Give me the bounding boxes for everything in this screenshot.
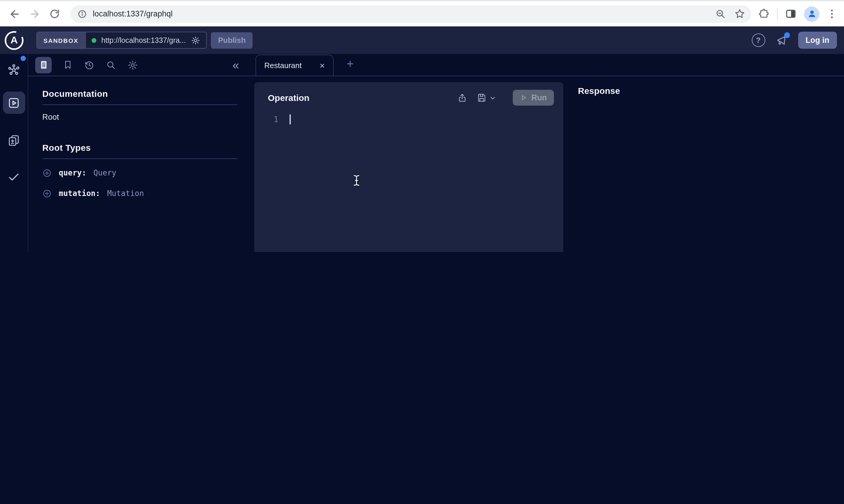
reload-icon bbox=[49, 8, 60, 19]
publish-button[interactable]: Publish bbox=[211, 32, 253, 49]
help-button[interactable]: ? bbox=[752, 33, 765, 47]
browser-profile-avatar[interactable] bbox=[804, 6, 819, 21]
document-icon bbox=[38, 60, 49, 70]
browser-menu-button[interactable]: ⋮ bbox=[827, 9, 837, 19]
help-glyph: ? bbox=[756, 36, 761, 44]
bookmark-star-icon[interactable] bbox=[734, 8, 745, 19]
nav-explorer-button[interactable] bbox=[3, 92, 25, 114]
connection-status-dot bbox=[91, 38, 96, 42]
save-floppy-icon[interactable] bbox=[476, 92, 487, 103]
field-name[interactable]: mutation: bbox=[59, 189, 100, 198]
share-operation-icon[interactable] bbox=[457, 92, 467, 103]
apollo-sandbox-app: localhost:1337/graphql ⋮ A SANDBOX bbox=[0, 0, 844, 252]
browser-back-button[interactable] bbox=[6, 5, 23, 23]
run-play-icon bbox=[520, 94, 528, 102]
forward-arrow-icon bbox=[29, 8, 40, 20]
operation-tab-bar: Restaurant × + bbox=[254, 54, 844, 76]
profile-person-icon bbox=[807, 9, 817, 19]
announcements-notification-dot bbox=[784, 32, 790, 38]
editor-line[interactable]: 1 bbox=[254, 113, 563, 125]
divider bbox=[42, 158, 237, 159]
operation-panel: Operation Run bbox=[254, 82, 563, 252]
root-type-row-mutation[interactable]: mutation: Mutation bbox=[42, 186, 237, 200]
apollo-logo[interactable]: A bbox=[4, 30, 24, 50]
endpoint-url-text[interactable]: http://localhost:1337/gra... bbox=[101, 36, 186, 44]
settings-gear-icon[interactable] bbox=[127, 59, 138, 70]
browser-toolbar: localhost:1337/graphql ⋮ bbox=[0, 0, 844, 26]
side-panel-icon[interactable] bbox=[785, 8, 796, 19]
save-operation-control[interactable] bbox=[476, 92, 496, 103]
changelog-diff-icon bbox=[7, 133, 20, 147]
apollo-logo-letter: A bbox=[4, 30, 24, 50]
mouse-ibeam-cursor bbox=[353, 175, 360, 186]
nav-schema-button[interactable] bbox=[3, 59, 25, 81]
toolbar-divider bbox=[777, 8, 778, 20]
saved-operations-bookmark-icon[interactable] bbox=[63, 60, 73, 70]
divider bbox=[42, 105, 237, 105]
zoom-indicator-icon[interactable] bbox=[716, 8, 726, 19]
type-name[interactable]: Query bbox=[93, 168, 116, 177]
close-tab-button[interactable]: × bbox=[320, 61, 325, 70]
documentation-toolbar: « bbox=[28, 54, 254, 76]
tab-label[interactable]: Restaurant bbox=[264, 61, 310, 70]
announcements-button[interactable] bbox=[775, 34, 788, 47]
field-name[interactable]: query: bbox=[59, 168, 86, 177]
response-title: Response bbox=[578, 86, 620, 96]
documentation-panel: « Documentation Root Root Types query: Q… bbox=[28, 54, 254, 252]
type-name[interactable]: Mutation bbox=[107, 189, 144, 198]
sandbox-badge: SANDBOX bbox=[37, 32, 85, 48]
nav-changelog-button[interactable] bbox=[3, 129, 25, 151]
browser-forward-button[interactable] bbox=[26, 5, 44, 23]
operation-header: Operation Run bbox=[254, 82, 563, 109]
endpoint-settings-gear-icon[interactable] bbox=[191, 36, 201, 45]
response-panel: Response bbox=[563, 76, 844, 252]
apollo-header: A SANDBOX http://localhost:1337/gra... P… bbox=[0, 26, 844, 54]
checks-checkmark-icon bbox=[7, 170, 20, 183]
nav-checks-button[interactable] bbox=[3, 165, 25, 188]
sandbox-endpoint-control: SANDBOX http://localhost:1337/gra... bbox=[36, 32, 207, 49]
add-field-icon[interactable] bbox=[42, 168, 52, 178]
url-text[interactable]: localhost:1337/graphql bbox=[93, 10, 716, 18]
content-area: » « Documentation Root Root Types bbox=[0, 54, 844, 252]
operation-title: Operation bbox=[268, 93, 310, 103]
documentation-title: Documentation bbox=[42, 89, 237, 98]
root-types-title: Root Types bbox=[42, 143, 237, 152]
back-arrow-icon bbox=[9, 8, 20, 20]
main-area: Restaurant × + Operation bbox=[254, 54, 844, 252]
root-type-row-query[interactable]: query: Query bbox=[42, 166, 237, 180]
explorer-play-icon bbox=[7, 96, 20, 109]
graph-schema-icon bbox=[7, 63, 20, 76]
login-button[interactable]: Log in bbox=[798, 32, 837, 49]
text-caret bbox=[290, 114, 290, 124]
site-info-icon[interactable] bbox=[77, 9, 87, 18]
url-bar[interactable]: localhost:1337/graphql bbox=[70, 5, 751, 23]
endpoint-url-box[interactable]: http://localhost:1337/gra... bbox=[85, 32, 206, 48]
search-icon[interactable] bbox=[106, 59, 116, 70]
run-label: Run bbox=[532, 93, 547, 102]
tab-restaurant[interactable]: Restaurant × bbox=[256, 55, 333, 76]
left-nav-rail: » bbox=[0, 54, 28, 252]
schema-notification-dot bbox=[20, 56, 26, 61]
operation-editor[interactable]: 1 bbox=[254, 109, 563, 252]
new-tab-button[interactable]: + bbox=[346, 57, 354, 70]
documentation-body: Documentation Root Root Types query: Que… bbox=[28, 76, 254, 200]
docs-tab-button[interactable] bbox=[35, 57, 52, 73]
chevron-down-icon[interactable] bbox=[489, 94, 496, 101]
history-icon[interactable] bbox=[84, 59, 94, 70]
collapse-docs-button[interactable]: « bbox=[232, 59, 239, 71]
root-link[interactable]: Root bbox=[42, 113, 237, 122]
add-field-icon[interactable] bbox=[42, 188, 52, 198]
extensions-icon[interactable] bbox=[758, 8, 770, 19]
browser-reload-button[interactable] bbox=[46, 5, 64, 23]
run-button[interactable]: Run bbox=[513, 90, 554, 106]
line-number: 1 bbox=[274, 115, 279, 124]
sandbox-label: SANDBOX bbox=[44, 37, 79, 44]
